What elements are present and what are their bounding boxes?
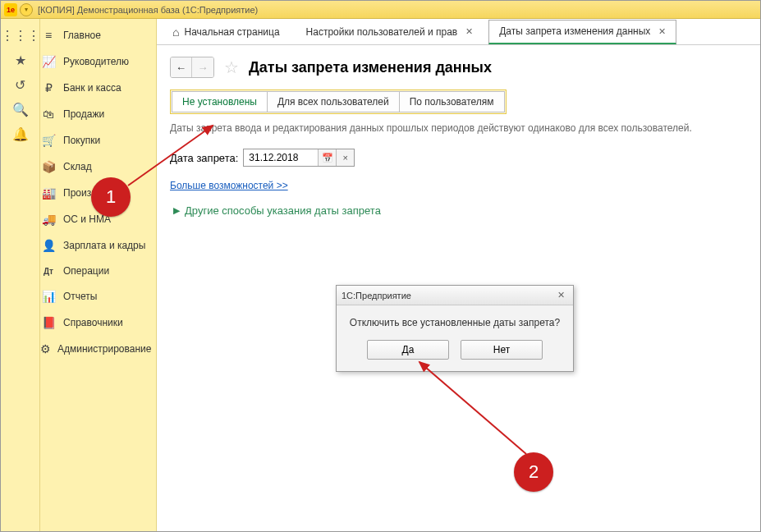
back-button[interactable]: ← [171, 57, 192, 77]
favorite-toggle-icon[interactable]: ☆ [222, 58, 241, 76]
favorite-star-icon[interactable]: ★ [7, 48, 34, 71]
date-input-group: 📅 × [243, 149, 355, 167]
seg-by-user[interactable]: По пользователям [399, 91, 505, 112]
bar-chart-icon: 📊 [40, 290, 57, 303]
sidebar-item-label: Операции [63, 265, 109, 277]
seg-not-set[interactable]: Не установлены [172, 91, 268, 112]
dialog-message: Отключить все установленные даты запрета… [337, 305, 573, 340]
page-title: Даты запрета изменения данных [249, 59, 492, 76]
bell-icon[interactable]: 🔔 [7, 122, 34, 145]
ruble-icon: ₽ [40, 81, 57, 94]
window-title: [КОПИЯ] Демонстрационная база (1С:Предпр… [38, 5, 258, 15]
tab-home[interactable]: ⌂ Начальная страница [162, 20, 291, 44]
chart-line-icon: 📈 [40, 55, 57, 68]
callout-2: 2 [514, 452, 553, 492]
dt-kt-icon: Дт [40, 267, 57, 276]
nav-sidebar: ≡Главное 📈Руководителю ₽Банк и касса 🛍Пр… [40, 19, 157, 531]
sidebar-item-label: Покупки [63, 135, 100, 146]
sidebar-item-purchases[interactable]: 🛒Покупки [40, 127, 156, 154]
dialog-titlebar: 1С:Предприятие ✕ [337, 286, 573, 305]
sidebar-item-label: Склад [63, 161, 92, 172]
quick-icon-strip: ⋮⋮⋮ ★ ↺ 🔍 🔔 [1, 19, 40, 531]
sidebar-item-label: Банк и касса [63, 82, 121, 94]
cart-icon: 🛒 [40, 134, 57, 147]
gear-icon: ⚙ [40, 342, 51, 355]
confirm-dialog: 1С:Предприятие ✕ Отключить все установле… [336, 285, 574, 372]
menu-icon: ≡ [40, 29, 57, 42]
dialog-yes-button[interactable]: Да [367, 340, 449, 360]
window-titlebar: 1e ▾ [КОПИЯ] Демонстрационная база (1С:П… [1, 1, 760, 19]
other-methods-expander[interactable]: ▶ Другие способы указания даты запрета [173, 204, 747, 217]
tab-label: Даты запрета изменения данных [499, 25, 650, 37]
apps-grid-icon[interactable]: ⋮⋮⋮ [7, 24, 34, 47]
tab-date-restrictions[interactable]: Даты запрета изменения данных ✕ [488, 20, 676, 44]
tabs-row: ⌂ Начальная страница Настройки пользоват… [157, 19, 760, 45]
factory-icon: 🏭 [40, 186, 57, 200]
sidebar-item-sales[interactable]: 🛍Продажи [40, 101, 156, 127]
seg-all-users[interactable]: Для всех пользователей [267, 91, 400, 112]
sidebar-item-salary[interactable]: 👤Зарплата и кадры [40, 232, 156, 259]
sidebar-item-reports[interactable]: 📊Отчеты [40, 283, 156, 310]
sidebar-item-operations[interactable]: ДтОперации [40, 259, 156, 283]
close-icon[interactable]: ✕ [465, 26, 473, 37]
dialog-no-button[interactable]: Нет [461, 340, 543, 360]
sidebar-item-bank[interactable]: ₽Банк и касса [40, 75, 156, 101]
calendar-icon[interactable]: 📅 [318, 149, 336, 166]
dialog-close-icon[interactable]: ✕ [553, 289, 568, 302]
sidebar-item-admin[interactable]: ⚙Администрирование [40, 336, 156, 362]
search-icon[interactable]: 🔍 [7, 98, 34, 121]
sidebar-item-label: Продажи [63, 108, 104, 120]
more-options-link[interactable]: Больше возможностей >> [170, 180, 288, 191]
person-icon: 👤 [40, 239, 57, 252]
date-label: Дата запрета: [170, 152, 238, 164]
sidebar-item-label: Отчеты [63, 291, 97, 302]
sidebar-item-label: Руководителю [63, 56, 129, 67]
box-icon: 📦 [40, 160, 57, 173]
content-area: ⌂ Начальная страница Настройки пользоват… [157, 19, 760, 531]
sidebar-item-dictionaries[interactable]: 📕Справочники [40, 310, 156, 336]
app-logo-icon: 1e [4, 3, 17, 16]
clear-date-icon[interactable]: × [336, 149, 354, 166]
description-text: Даты запрета ввода и редактирования данн… [170, 122, 747, 134]
chevron-right-icon: ▶ [173, 205, 180, 216]
sidebar-item-label: Главное [63, 30, 101, 41]
callout-1: 1 [91, 177, 131, 217]
sidebar-item-manager[interactable]: 📈Руководителю [40, 48, 156, 75]
sidebar-item-label: Зарплата и кадры [63, 240, 145, 251]
restriction-date-field[interactable] [244, 149, 318, 166]
tab-user-settings[interactable]: Настройки пользователей и прав ✕ [296, 20, 484, 44]
close-icon[interactable]: ✕ [658, 26, 666, 37]
mode-segmented-control: Не установлены Для всех пользователей По… [170, 89, 507, 114]
sidebar-item-label: Администрирование [57, 343, 151, 355]
sidebar-item-warehouse[interactable]: 📦Склад [40, 154, 156, 180]
home-icon: ⌂ [172, 25, 179, 39]
tab-label: Начальная страница [184, 26, 279, 38]
book-icon: 📕 [40, 316, 57, 329]
titlebar-dropdown-icon[interactable]: ▾ [20, 3, 33, 16]
nav-back-forward: ← → [170, 57, 214, 78]
history-icon[interactable]: ↺ [7, 73, 34, 96]
tab-label: Настройки пользователей и прав [306, 26, 458, 38]
expander-label: Другие способы указания даты запрета [185, 204, 381, 217]
sidebar-item-main[interactable]: ≡Главное [40, 22, 156, 48]
sidebar-item-label: Справочники [63, 317, 123, 328]
forward-button[interactable]: → [192, 57, 213, 77]
bag-icon: 🛍 [40, 108, 57, 121]
dialog-title-text: 1С:Предприятие [342, 291, 411, 300]
truck-icon: 🚚 [40, 213, 57, 226]
